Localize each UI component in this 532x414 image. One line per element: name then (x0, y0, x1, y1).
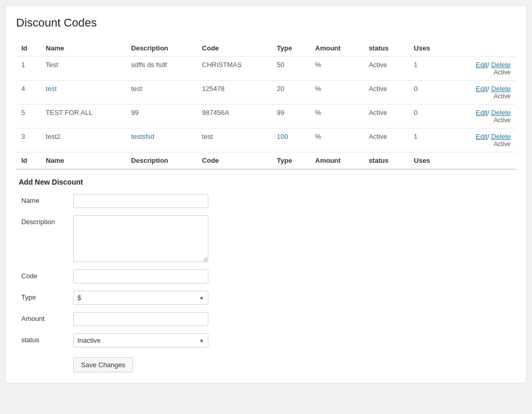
cell-id: 5 (16, 105, 41, 128)
cell-id: 3 (16, 128, 41, 152)
cell-amount: % (310, 105, 364, 128)
col-footer-id: Id (16, 152, 41, 169)
cell-uses: 1 (409, 128, 448, 152)
cell-type: 50 (272, 57, 310, 81)
save-row: Save Changes (16, 355, 516, 372)
cell-code: 125478 (197, 81, 272, 105)
amount-label: Amount (21, 312, 73, 322)
col-footer-amount: Amount (310, 152, 364, 169)
col-footer-code: Code (197, 152, 272, 169)
amount-row: Amount (16, 312, 516, 326)
col-header-actions (448, 40, 516, 57)
col-footer-description: Description (126, 152, 197, 169)
cell-name: test2 (41, 128, 126, 152)
amount-input[interactable] (73, 312, 208, 326)
cell-uses: 0 (409, 105, 448, 128)
cell-id: 1 (16, 57, 41, 81)
add-new-title: Add New Discount (16, 178, 516, 186)
name-input[interactable] (73, 194, 208, 208)
code-input[interactable] (73, 269, 208, 283)
cell-type: 100 (272, 128, 310, 152)
code-label: Code (21, 269, 73, 280)
edit-link[interactable]: Edit (476, 133, 487, 140)
cell-description: test (126, 81, 197, 105)
name-label: Name (21, 194, 73, 204)
col-header-code: Code (197, 40, 272, 57)
add-new-section: Add New Discount Name Description Code T… (16, 169, 516, 372)
page-wrapper: Discount Codes Id Name Description Code … (5, 5, 527, 383)
col-header-id: Id (16, 40, 41, 57)
delete-link[interactable]: Delete (491, 61, 511, 69)
cell-amount: % (310, 128, 364, 152)
cell-id: 4 (16, 81, 41, 105)
save-button[interactable]: Save Changes (73, 357, 133, 372)
col-header-name: Name (41, 40, 126, 57)
code-row: Code (16, 269, 516, 283)
table-row: 3 test2 testsfsd test 100 % Active 1 Edi… (16, 128, 516, 152)
edit-link[interactable]: Edit (476, 109, 487, 117)
status-label: status (21, 333, 73, 344)
row-active-label: Active (454, 69, 511, 76)
table-row: 1 Test sdffs ds fsdf CHRISTMAS 50 % Acti… (16, 57, 516, 81)
col-footer-actions (448, 152, 516, 169)
status-row: status Inactive Active (16, 333, 516, 347)
cell-code: 987456A (197, 105, 272, 128)
delete-link[interactable]: Delete (491, 85, 511, 93)
cell-actions: Edit/ Delete Active (448, 57, 516, 81)
discount-table: Id Name Description Code Type Amount sta… (16, 40, 516, 169)
type-select-wrapper: $ % (73, 291, 208, 305)
cell-status: Active (364, 128, 409, 152)
col-header-status: status (364, 40, 409, 57)
cell-description: testsfsd (126, 128, 197, 152)
col-header-uses: Uses (409, 40, 448, 57)
edit-link[interactable]: Edit (476, 61, 487, 69)
cell-uses: 0 (409, 81, 448, 105)
cell-name: test (41, 81, 126, 105)
col-footer-uses: Uses (409, 152, 448, 169)
cell-name: Test (41, 57, 126, 81)
cell-status: Active (364, 105, 409, 128)
delete-link[interactable]: Delete (491, 109, 511, 117)
cell-type: 99 (272, 105, 310, 128)
cell-status: Active (364, 57, 409, 81)
delete-link[interactable]: Delete (491, 133, 511, 140)
cell-uses: 1 (409, 57, 448, 81)
col-footer-type: Type (272, 152, 310, 169)
status-select-wrapper: Inactive Active (73, 333, 208, 347)
description-input[interactable] (73, 215, 208, 262)
description-label: Description (21, 215, 73, 226)
type-select[interactable]: $ % (73, 291, 208, 305)
cell-type: 20 (272, 81, 310, 105)
col-header-amount: Amount (310, 40, 364, 57)
table-row: 5 TEST FOR ALL 99 987456A 99 % Active 0 … (16, 105, 516, 128)
cell-description: 99 (126, 105, 197, 128)
cell-actions: Edit/ Delete Active (448, 105, 516, 128)
cell-description: sdffs ds fsdf (126, 57, 197, 81)
col-footer-status: status (364, 152, 409, 169)
description-row: Description (16, 215, 516, 262)
cell-actions: Edit/ Delete Active (448, 128, 516, 152)
row-active-label: Active (454, 117, 511, 124)
page-title: Discount Codes (16, 16, 516, 30)
table-row: 4 test test 125478 20 % Active 0 Edit/ D… (16, 81, 516, 105)
col-header-type: Type (272, 40, 310, 57)
status-select[interactable]: Inactive Active (73, 333, 208, 347)
edit-link[interactable]: Edit (476, 85, 487, 93)
cell-code: test (197, 128, 272, 152)
cell-amount: % (310, 81, 364, 105)
cell-code: CHRISTMAS (197, 57, 272, 81)
type-row: Type $ % (16, 291, 516, 305)
col-footer-name: Name (41, 152, 126, 169)
cell-actions: Edit/ Delete Active (448, 81, 516, 105)
row-active-label: Active (454, 93, 511, 100)
cell-status: Active (364, 81, 409, 105)
cell-name: TEST FOR ALL (41, 105, 126, 128)
name-row: Name (16, 194, 516, 208)
type-label: Type (21, 291, 73, 301)
row-active-label: Active (454, 140, 511, 148)
cell-amount: % (310, 57, 364, 81)
col-header-description: Description (126, 40, 197, 57)
